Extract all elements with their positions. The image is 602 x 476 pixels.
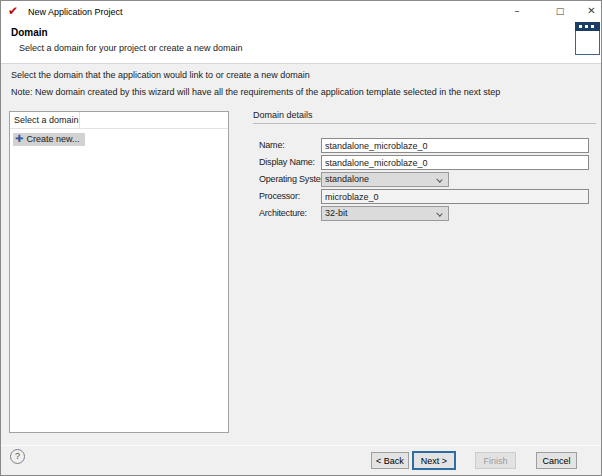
footer-separator bbox=[1, 445, 601, 446]
architecture-value: 32-bit bbox=[325, 208, 348, 218]
processor-label: Processor: bbox=[259, 189, 300, 204]
name-label: Name: bbox=[259, 138, 285, 153]
minimize-button[interactable]: – bbox=[503, 1, 531, 22]
domain-list-header-label: Select a domain bbox=[10, 112, 228, 128]
chevron-down-icon bbox=[436, 210, 442, 216]
next-button[interactable]: Next > bbox=[413, 452, 455, 469]
domain-list-panel: Select a domain ✚ Create new... bbox=[9, 111, 229, 433]
processor-field[interactable] bbox=[321, 189, 589, 204]
header-column-divider bbox=[79, 112, 80, 128]
domain-details-title: Domain details bbox=[253, 110, 313, 120]
page-message: Select a domain for your project or crea… bbox=[19, 43, 243, 53]
architecture-label: Architecture: bbox=[259, 206, 307, 221]
finish-button: Finish bbox=[475, 452, 516, 469]
name-field[interactable] bbox=[321, 138, 589, 153]
display-name-field[interactable] bbox=[321, 155, 589, 170]
window-title: New Application Project bbox=[28, 7, 123, 17]
wizard-window-icon bbox=[575, 22, 600, 56]
display-name-label: Display Name: bbox=[259, 155, 315, 170]
plus-icon: ✚ bbox=[15, 134, 23, 144]
operating-system-select[interactable]: standalone bbox=[321, 172, 449, 187]
chevron-down-icon bbox=[436, 176, 442, 182]
operating-system-label: Operating System: bbox=[259, 172, 330, 187]
cancel-button[interactable]: Cancel bbox=[536, 452, 577, 469]
list-item-label: Create new... bbox=[26, 134, 79, 144]
list-item-create-new[interactable]: ✚ Create new... bbox=[13, 133, 85, 146]
domain-list-header[interactable]: Select a domain bbox=[10, 112, 228, 129]
new-application-project-dialog: ✔ New Application Project – □ ✕ Domain S… bbox=[0, 0, 602, 476]
wizard-banner: Domain Select a domain for your project … bbox=[1, 23, 601, 63]
instruction-text: Select the domain that the application w… bbox=[11, 70, 310, 80]
help-button[interactable]: ? bbox=[10, 449, 25, 464]
operating-system-value: standalone bbox=[325, 174, 369, 184]
xilinx-logo-icon: ✔ bbox=[8, 4, 18, 18]
banner-separator bbox=[1, 63, 601, 64]
architecture-select[interactable]: 32-bit bbox=[321, 206, 449, 221]
page-title: Domain bbox=[11, 27, 48, 38]
note-text: Note: New domain created by this wizard … bbox=[11, 87, 500, 97]
close-button[interactable]: ✕ bbox=[580, 1, 602, 22]
title-bar: ✔ New Application Project – □ ✕ bbox=[1, 1, 601, 23]
domain-details-separator bbox=[253, 123, 596, 124]
back-button[interactable]: < Back bbox=[371, 452, 409, 469]
maximize-button[interactable]: □ bbox=[546, 1, 574, 22]
